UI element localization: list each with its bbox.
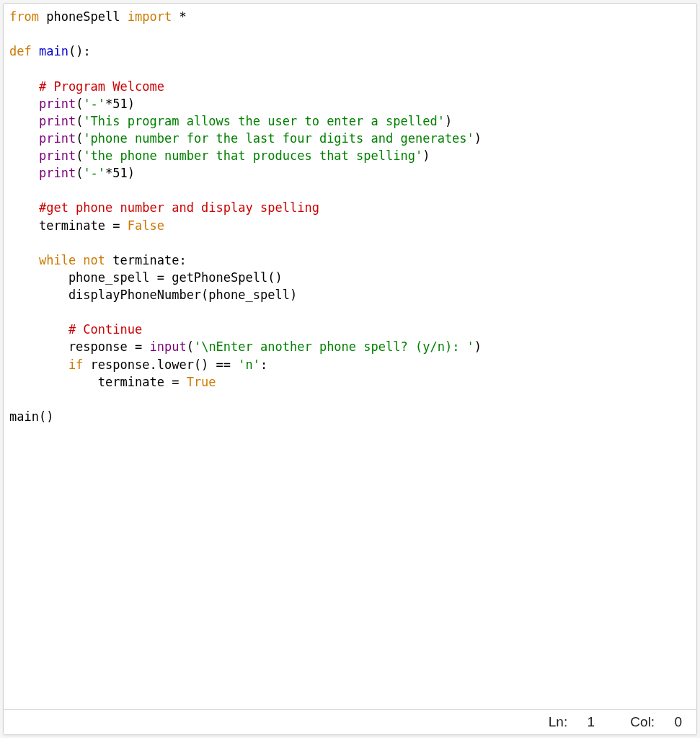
code-text: phone_spell = getPhoneSpell() — [9, 270, 283, 285]
keyword-true: True — [187, 375, 216, 389]
import-star: * — [172, 9, 186, 24]
code-text: displayPhoneNumber(phone_spell) — [9, 288, 297, 302]
keyword-from: from — [9, 9, 39, 24]
colon: : — [260, 357, 267, 372]
editor-window: from phoneSpell import * def main(): # P… — [3, 3, 697, 735]
paren: ) — [474, 339, 482, 354]
comment: #get phone number and display spelling — [9, 200, 319, 215]
paren: ( — [76, 97, 83, 111]
code-editor[interactable]: from phoneSpell import * def main(): # P… — [4, 4, 696, 709]
keyword-import: import — [128, 9, 172, 24]
code-text: main() — [9, 409, 53, 424]
keyword-def: def — [9, 44, 32, 58]
code-text: terminate: — [105, 253, 187, 267]
builtin-print: print — [9, 131, 76, 146]
paren: (): — [68, 44, 91, 58]
builtin-print: print — [9, 97, 76, 111]
paren: ( — [76, 114, 83, 128]
code-text: *51) — [105, 166, 135, 180]
string: 'This program allows the user to enter a… — [83, 114, 445, 128]
comment: # Program Welcome — [9, 79, 164, 94]
code-text: response.lower() == — [83, 357, 238, 372]
builtin-print: print — [9, 148, 76, 163]
keyword-false: False — [128, 218, 164, 233]
keyword-if: if — [9, 357, 83, 372]
string: '-' — [83, 166, 105, 180]
function-name: main — [32, 44, 68, 58]
paren: ) — [445, 114, 452, 128]
string: 'n' — [238, 357, 260, 372]
builtin-input: input — [149, 339, 186, 354]
paren: ) — [474, 131, 482, 146]
paren: ( — [76, 148, 83, 163]
code-text: terminate = — [9, 218, 128, 233]
code-text: terminate = — [9, 375, 187, 389]
keyword-not: not — [76, 253, 105, 267]
keyword-while: while — [9, 253, 76, 267]
paren: ( — [76, 131, 83, 146]
paren: ) — [422, 148, 430, 163]
code-text: *51) — [105, 97, 135, 111]
string: 'phone number for the last four digits a… — [83, 131, 474, 146]
string: '\nEnter another phone spell? (y/n): ' — [194, 339, 474, 354]
code-text: response = — [9, 339, 149, 354]
string: '-' — [83, 97, 105, 111]
comment: # Continue — [9, 322, 142, 337]
builtin-print: print — [9, 166, 76, 180]
paren: ( — [76, 166, 83, 180]
status-bar: Ln: 1 Col: 0 — [4, 709, 696, 734]
module-name: phoneSpell — [39, 9, 128, 24]
string: 'the phone number that produces that spe… — [83, 148, 422, 163]
column-indicator: Col: 0 — [614, 714, 682, 729]
builtin-print: print — [9, 114, 76, 128]
paren: ( — [187, 339, 194, 354]
line-indicator: Ln: 1 — [533, 714, 595, 729]
